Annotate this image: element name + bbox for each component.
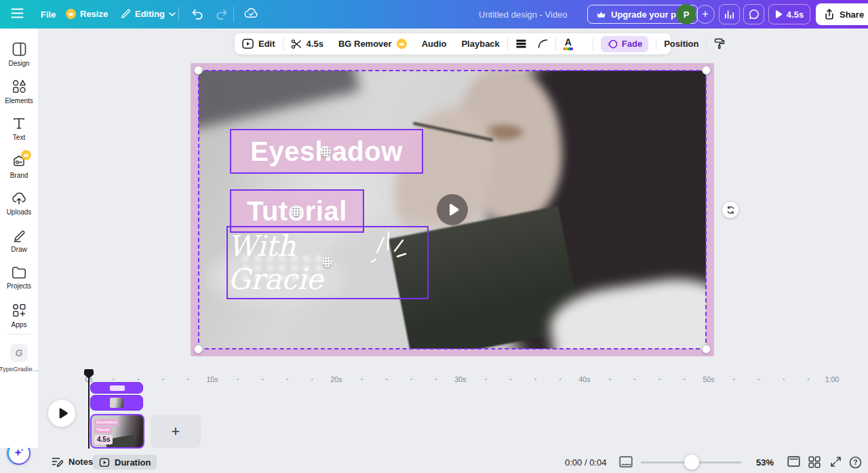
sidebar-item-uploads[interactable]: Uploads [0,191,38,216]
comments-button[interactable] [743,4,764,24]
crown-icon [397,39,407,49]
fade-button[interactable]: Fade [601,36,648,52]
sidebar-item-text[interactable]: Text [0,117,38,141]
editing-label: Editing [135,9,165,19]
drag-handle[interactable] [322,257,332,267]
trim-button[interactable]: 4.5s [291,39,323,50]
header-divider [233,7,234,22]
audio-label: Audio [422,39,447,49]
toolbar-divider [283,38,283,50]
toolbar-divider [593,38,593,50]
playback-button[interactable]: Playback [461,39,499,49]
sidebar-item-apps[interactable]: Apps [0,303,38,328]
design-icon [12,42,26,56]
ruler-label: 1:00 [823,375,842,384]
fade-icon [607,39,618,50]
play-icon [58,408,68,419]
draw-pen-icon [12,229,26,242]
preview-play-button[interactable]: 4.5s [768,4,810,24]
bg-remover-label: BG Remover [338,39,392,49]
adjust-button[interactable] [515,39,527,48]
timeline-clip-text-1[interactable] [90,382,143,394]
cloud-saved-icon[interactable] [244,7,258,19]
resize-label: Resize [80,9,108,19]
copy-style-button[interactable] [714,38,725,50]
timeline-play-button[interactable] [48,400,75,427]
canva-video-editor: File Resize Editing Untitled design - Vi… [0,0,868,473]
rainbow-bar [564,48,573,50]
timeline-view-toggle[interactable] [619,456,633,468]
clip-thumbnail [110,398,123,408]
insights-button[interactable] [719,4,740,24]
resize-button[interactable]: Resize [66,9,108,19]
sidebar-item-typegradient[interactable]: G TypeGradie… [0,344,38,373]
zoom-slider-knob[interactable] [684,455,699,470]
position-label: Position [664,39,698,49]
duration-button[interactable]: Duration [93,455,157,470]
toolbar-divider [656,38,656,50]
sidebar-item-design[interactable]: Design [0,42,38,67]
sidebar-item-draw[interactable]: Draw [0,229,38,253]
add-member-button[interactable]: + [696,5,715,24]
drag-handle[interactable] [291,206,301,216]
text-icon [12,117,26,130]
undo-button[interactable] [191,8,203,20]
clip-toolbar: Edit 4.5s BG Remover Audio Playback A [234,33,671,55]
bg-remover-button[interactable]: BG Remover [338,39,407,49]
rotate-handle[interactable] [722,201,739,219]
edit-button[interactable]: Edit [242,39,275,49]
avatar[interactable]: P [676,4,696,24]
add-clip-button[interactable]: + [151,415,201,448]
redo-button[interactable] [216,8,228,20]
crown-icon [66,9,76,19]
fullscreen-button[interactable] [830,456,842,468]
sidebar-item-elements[interactable]: Elements [0,79,38,105]
notes-label: Notes [68,457,93,467]
text-color-button[interactable]: A [564,38,573,50]
mini-label: Tutorial [94,427,112,433]
share-label: Share [840,10,864,20]
resize-handle-bottom-left[interactable] [194,345,203,354]
time-display: 0:00 / 0:04 [565,457,606,468]
timeline-clip-text-2[interactable] [90,395,143,411]
chevron-down-icon [169,12,176,16]
rotate-icon [726,206,735,214]
svg-text:?: ? [853,458,857,466]
resize-handle-bottom-right[interactable] [702,345,711,354]
sidebar-item-brand[interactable]: Brand [0,154,38,179]
menu-icon[interactable] [11,8,24,18]
play-icon [448,204,459,216]
clip-duration-badge: 4.5s [94,435,113,444]
sparkle-icon [12,447,25,459]
pencil-icon [121,9,131,19]
resize-handle-top-right[interactable] [702,66,711,75]
notes-button[interactable]: Notes [52,457,93,467]
drag-handle[interactable] [321,147,331,157]
share-button[interactable]: Share [816,3,868,25]
app-header: File Resize Editing Untitled design - Vi… [0,0,868,29]
adjust-levels-icon [515,39,527,48]
audio-button[interactable]: Audio [422,39,447,49]
sidebar: Design Elements Text Brand Uploads Draw [0,29,38,448]
help-button[interactable]: ? [849,456,862,469]
zoom-slider[interactable] [641,461,741,463]
file-menu-button[interactable]: File [41,10,56,20]
toolbar-divider [555,38,556,50]
sidebar-item-projects[interactable]: Projects [0,266,38,290]
script-text: With Gracie [228,229,393,296]
grid-view-button[interactable] [808,456,821,468]
sparkle-doodle [370,228,408,270]
timeline-clip-video[interactable]: Eyeshadow Tutorial 4.5s [90,414,144,449]
resize-handle-top-left[interactable] [194,66,203,75]
edit-label: Edit [258,39,275,49]
present-button[interactable] [787,456,800,467]
curve-button[interactable] [538,39,548,48]
editing-mode-dropdown[interactable]: Editing [121,9,176,19]
playback-label: Playback [461,39,499,49]
position-button[interactable]: Position [664,39,698,49]
design-title[interactable]: Untitled design - Video [479,10,568,20]
video-play-button[interactable] [437,194,468,225]
scissors-icon [291,39,302,50]
ruler-label: 20s [328,375,345,384]
arc-icon [538,39,548,48]
